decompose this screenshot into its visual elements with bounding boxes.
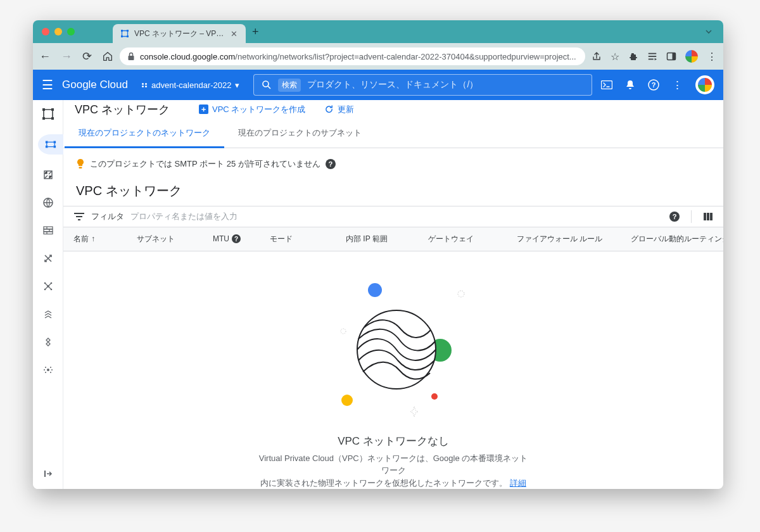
empty-description: Virtual Private Cloud（VPC）ネットワークは、Google… bbox=[257, 452, 529, 490]
tab-subnets[interactable]: 現在のプロジェクトのサブネット bbox=[224, 120, 376, 148]
tabs-dropdown-icon[interactable] bbox=[704, 27, 713, 36]
svg-text:?: ? bbox=[652, 81, 656, 89]
filter-bar: フィルタ プロパティ名または値を入力 ? bbox=[63, 206, 723, 227]
browser-window: VPC ネットワーク – VPC ネット… ✕ + ← → ⟳ console.… bbox=[33, 20, 723, 489]
lightbulb-icon bbox=[76, 158, 85, 170]
rail-routes-icon[interactable] bbox=[41, 251, 56, 266]
column-display-icon[interactable] bbox=[703, 212, 713, 221]
help-icon[interactable]: ? bbox=[648, 79, 659, 91]
share-icon[interactable] bbox=[592, 51, 602, 61]
utilities-menu-icon[interactable]: ⋮ bbox=[672, 79, 683, 92]
side-panel-icon[interactable] bbox=[666, 51, 676, 61]
svg-rect-4 bbox=[129, 56, 134, 60]
tab-title: VPC ネットワーク – VPC ネット… bbox=[134, 28, 225, 39]
main-content: VPC ネットワーク + VPC ネットワークを作成 更新 現在のプロジェクトの… bbox=[63, 100, 723, 489]
maximize-window-button[interactable] bbox=[67, 28, 75, 35]
nav-menu-icon[interactable]: ☰ bbox=[42, 77, 53, 92]
account-avatar[interactable] bbox=[695, 75, 714, 94]
rail-firewall-icon[interactable] bbox=[41, 223, 56, 238]
reload-button[interactable]: ⟳ bbox=[82, 49, 92, 63]
project-name: advent-calendar-2022 bbox=[151, 80, 231, 90]
tab-favicon-vpc-icon bbox=[120, 29, 129, 38]
new-tab-button[interactable]: + bbox=[252, 25, 259, 39]
svg-rect-43 bbox=[78, 219, 80, 220]
col-global-routing[interactable]: グローバル動的ルーティング bbox=[631, 234, 723, 244]
rail-external-ip-icon[interactable] bbox=[41, 167, 56, 182]
search-pill: 検索 bbox=[278, 79, 301, 92]
col-gateways[interactable]: ゲートウェイ bbox=[428, 234, 517, 244]
rail-collapse-icon[interactable] bbox=[41, 466, 56, 481]
back-button[interactable]: ← bbox=[39, 50, 51, 63]
learn-more-link[interactable]: 詳細 bbox=[510, 478, 526, 488]
forward-button[interactable]: → bbox=[61, 50, 72, 63]
col-firewall[interactable]: ファイアウォール ルール bbox=[517, 234, 631, 244]
filter-help-icon[interactable]: ? bbox=[669, 212, 680, 222]
svg-rect-18 bbox=[45, 141, 48, 144]
svg-rect-39 bbox=[44, 471, 46, 477]
refresh-icon bbox=[324, 104, 334, 114]
cloud-shell-icon[interactable] bbox=[601, 80, 612, 89]
close-window-button[interactable] bbox=[42, 28, 49, 35]
search-bar[interactable]: 検索 プロダクト、リソース、ドキュメント（/） bbox=[253, 74, 592, 96]
filter-icon[interactable] bbox=[73, 212, 85, 221]
notice-help-icon[interactable]: ? bbox=[326, 159, 336, 169]
rail-peering-icon[interactable] bbox=[41, 279, 56, 294]
table-header: 名前↑ サブネット MTU? モード 内部 IP 範囲 ゲートウェイ ファイアウ… bbox=[63, 227, 723, 251]
rail-shared-vpc-icon[interactable] bbox=[41, 307, 56, 322]
gcloud-extension-icon[interactable] bbox=[685, 50, 698, 63]
svg-rect-44 bbox=[704, 213, 706, 220]
url-text: console.cloud.google.com/networking/netw… bbox=[140, 52, 578, 61]
empty-title: VPC ネットワークなし bbox=[338, 434, 449, 448]
reading-list-icon[interactable] bbox=[647, 51, 657, 61]
divider bbox=[691, 210, 692, 223]
svg-point-48 bbox=[458, 291, 464, 297]
smtp-notice: このプロジェクトでは SMTP ポート 25 が許可されていません ? bbox=[63, 148, 723, 180]
svg-rect-6 bbox=[649, 56, 656, 57]
cloud-console-header: ☰ Google Cloud advent-calendar-2022 ▾ 検索… bbox=[33, 70, 723, 100]
bookmark-icon[interactable]: ☆ bbox=[611, 51, 619, 63]
col-mtu[interactable]: MTU? bbox=[213, 234, 270, 243]
svg-rect-46 bbox=[710, 213, 712, 220]
address-bar[interactable]: console.cloud.google.com/networking/netw… bbox=[120, 48, 585, 65]
side-rail bbox=[33, 100, 63, 489]
filter-input[interactable]: プロパティ名または値を入力 bbox=[130, 211, 238, 222]
refresh-button[interactable]: 更新 bbox=[324, 104, 354, 115]
rail-serverless-vpc-icon[interactable] bbox=[41, 334, 56, 350]
notifications-icon[interactable] bbox=[625, 79, 635, 91]
mtu-help-icon[interactable]: ? bbox=[232, 234, 241, 243]
lock-icon bbox=[127, 52, 135, 61]
svg-rect-7 bbox=[649, 59, 654, 60]
svg-rect-40 bbox=[79, 167, 82, 168]
browser-tab[interactable]: VPC ネットワーク – VPC ネット… ✕ bbox=[113, 24, 246, 43]
search-icon bbox=[262, 80, 272, 90]
svg-rect-25 bbox=[44, 229, 53, 232]
chrome-menu-icon[interactable]: ⋮ bbox=[707, 51, 717, 63]
project-picker[interactable]: advent-calendar-2022 ▾ bbox=[137, 78, 244, 92]
tab-networks[interactable]: 現在のプロジェクトのネットワーク bbox=[65, 120, 224, 148]
extensions-icon[interactable] bbox=[628, 51, 638, 61]
col-subnets[interactable]: サブネット bbox=[137, 234, 213, 244]
google-cloud-logo[interactable]: Google Cloud bbox=[62, 79, 128, 91]
home-button[interactable] bbox=[102, 51, 113, 62]
col-name[interactable]: 名前↑ bbox=[73, 234, 137, 244]
page-title: VPC ネットワーク bbox=[75, 102, 170, 117]
notice-text: このプロジェクトでは SMTP ポート 25 が許可されていません bbox=[90, 158, 320, 170]
col-mode[interactable]: モード bbox=[270, 234, 346, 244]
svg-point-32 bbox=[47, 369, 49, 371]
minimize-window-button[interactable] bbox=[54, 28, 62, 35]
svg-rect-11 bbox=[602, 81, 612, 89]
plus-icon: + bbox=[199, 104, 208, 114]
filter-label: フィルタ bbox=[91, 211, 124, 222]
svg-rect-24 bbox=[44, 227, 53, 229]
rail-byoip-icon[interactable] bbox=[41, 195, 56, 210]
svg-rect-42 bbox=[76, 216, 82, 217]
rail-vpc-networks-icon[interactable] bbox=[38, 134, 63, 155]
create-vpc-button[interactable]: + VPC ネットワークを作成 bbox=[199, 104, 305, 115]
vpc-product-icon[interactable] bbox=[41, 106, 56, 122]
close-tab-icon[interactable]: ✕ bbox=[231, 30, 238, 37]
rail-packet-mirroring-icon[interactable] bbox=[41, 362, 56, 377]
col-ip-range[interactable]: 内部 IP 範囲 bbox=[346, 234, 428, 244]
svg-rect-5 bbox=[649, 53, 656, 54]
svg-rect-45 bbox=[707, 213, 709, 220]
sparkle-icon bbox=[410, 406, 419, 417]
